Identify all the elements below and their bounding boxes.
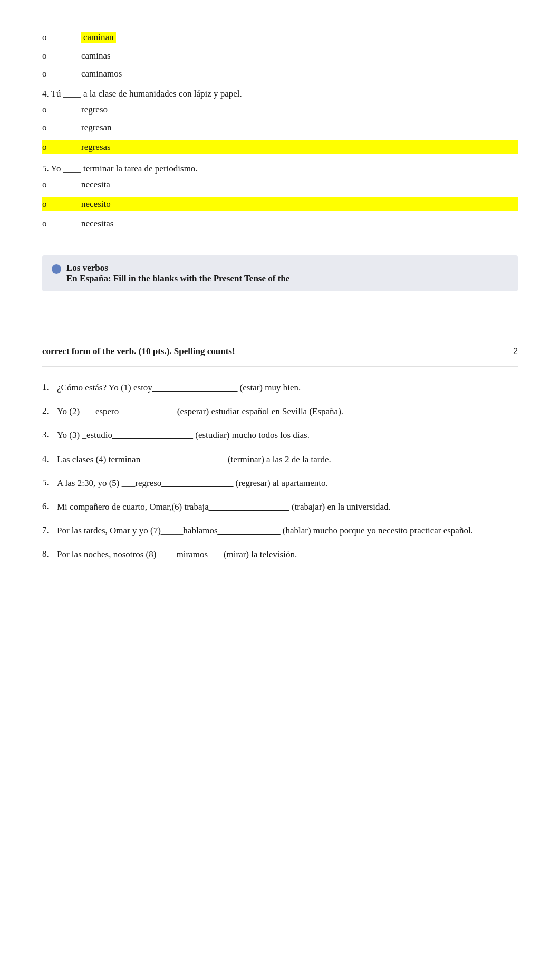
question-text: 4. Tú ____ a la clase de humanidades con… xyxy=(42,89,518,99)
blank: __________________ xyxy=(209,502,289,512)
mc-answer-text: necesita xyxy=(81,179,110,190)
mc-option: o necesita xyxy=(42,179,518,190)
mc-option: o necesitas xyxy=(42,218,518,229)
mc-option: o regreso xyxy=(42,104,518,115)
item-text: Por las tardes, Omar y yo (7)_____hablam… xyxy=(57,523,473,538)
mc-answer-text: caminan xyxy=(81,32,116,43)
item-text: Yo (3) _estudio__________________ (estud… xyxy=(57,428,310,442)
instructions-bar: correct form of the verb. (10 pts.). Spe… xyxy=(42,339,518,367)
mc-bullet: o xyxy=(42,218,50,229)
mc-answer-text: caminas xyxy=(81,51,111,61)
mc-answer-text: regreso xyxy=(81,104,108,115)
mc-bullet: o xyxy=(42,142,50,152)
mc-option: o caminan xyxy=(42,32,518,43)
mc-answer-text: necesito xyxy=(81,199,111,209)
item-number: 1. xyxy=(42,380,57,395)
mc-bullet: o xyxy=(42,51,50,61)
section-header-text-block: Los verbos En España: Fill in the blanks… xyxy=(66,263,289,284)
fill-in-item-1: 1. ¿Cómo estás? Yo (1) estoy____________… xyxy=(42,380,518,395)
mc-answer-text: regresan xyxy=(81,122,112,133)
item-number: 3. xyxy=(42,428,57,442)
mc-group-2: 4. Tú ____ a la clase de humanidades con… xyxy=(42,89,518,154)
fill-in-item-2: 2. Yo (2) ___espero_____________(esperar… xyxy=(42,404,518,418)
page-number: 2 xyxy=(513,347,518,356)
mc-option: o caminamos xyxy=(42,69,518,79)
fill-in-item-3: 3. Yo (3) _estudio__________________ (es… xyxy=(42,428,518,442)
item-number: 7. xyxy=(42,523,57,538)
mc-group-3: 5. Yo ____ terminar la tarea de periodis… xyxy=(42,164,518,229)
page-2-section: correct form of the verb. (10 pts.). Spe… xyxy=(42,323,518,562)
item-number: 2. xyxy=(42,404,57,418)
mc-option-selected: o regresas xyxy=(42,140,518,154)
fill-in-item-6: 6. Mi compañero de cuarto, Omar,(6) trab… xyxy=(42,500,518,514)
blank: __________________ xyxy=(112,430,193,440)
blank: ___________________ xyxy=(152,383,238,393)
mc-bullet: o xyxy=(42,104,50,115)
fill-in-item-5: 5. A las 2:30, yo (5) ___regreso________… xyxy=(42,476,518,490)
mc-bullet: o xyxy=(42,32,50,43)
mc-group-1: o caminan o caminas o caminamos xyxy=(42,32,518,79)
mc-option: o regresan xyxy=(42,122,518,133)
item-text: Por las noches, nosotros (8) ____miramos… xyxy=(57,547,297,561)
fill-in-item-8: 8. Por las noches, nosotros (8) ____mira… xyxy=(42,547,518,561)
fill-in-item-7: 7. Por las tardes, Omar y yo (7)_____hab… xyxy=(42,523,518,538)
mc-bullet: o xyxy=(42,199,50,209)
item-text: Las clases (4) terminan_________________… xyxy=(57,452,331,466)
item-text: ¿Cómo estás? Yo (1) estoy_______________… xyxy=(57,380,301,395)
section-title: Los verbos xyxy=(66,263,289,273)
blank: ___________________ xyxy=(140,454,226,464)
item-number: 5. xyxy=(42,476,57,490)
instructions-text: correct form of the verb. (10 pts.). Spe… xyxy=(42,346,235,357)
mc-answer-text: caminamos xyxy=(81,69,122,79)
mc-bullet: o xyxy=(42,122,50,133)
fill-in-list: 1. ¿Cómo estás? Yo (1) estoy____________… xyxy=(42,380,518,562)
item-text: Mi compañero de cuarto, Omar,(6) trabaja… xyxy=(57,500,391,514)
blank: ________________ xyxy=(161,478,233,488)
mc-option-selected: o necesito xyxy=(42,197,518,211)
blank: ______________ xyxy=(218,526,281,536)
section-subtitle: En España: Fill in the blanks with the P… xyxy=(66,273,289,284)
mc-option: o caminas xyxy=(42,51,518,61)
section-header-dot xyxy=(52,264,61,274)
fill-in-item-4: 4. Las clases (4) terminan______________… xyxy=(42,452,518,466)
blank: _____________ xyxy=(119,406,177,416)
section-header: Los verbos En España: Fill in the blanks… xyxy=(42,255,518,291)
question-text: 5. Yo ____ terminar la tarea de periodis… xyxy=(42,164,518,174)
mc-answer-text: regresas xyxy=(81,142,111,152)
item-number: 8. xyxy=(42,547,57,561)
item-text: A las 2:30, yo (5) ___regreso___________… xyxy=(57,476,328,490)
mc-answer-text: necesitas xyxy=(81,218,113,229)
item-number: 6. xyxy=(42,500,57,514)
mc-bullet: o xyxy=(42,179,50,190)
item-number: 4. xyxy=(42,452,57,466)
mc-bullet: o xyxy=(42,69,50,79)
item-text: Yo (2) ___espero_____________(esperar) e… xyxy=(57,404,343,418)
multiple-choice-section: o caminan o caminas o caminamos 4. Tú __… xyxy=(42,21,518,291)
